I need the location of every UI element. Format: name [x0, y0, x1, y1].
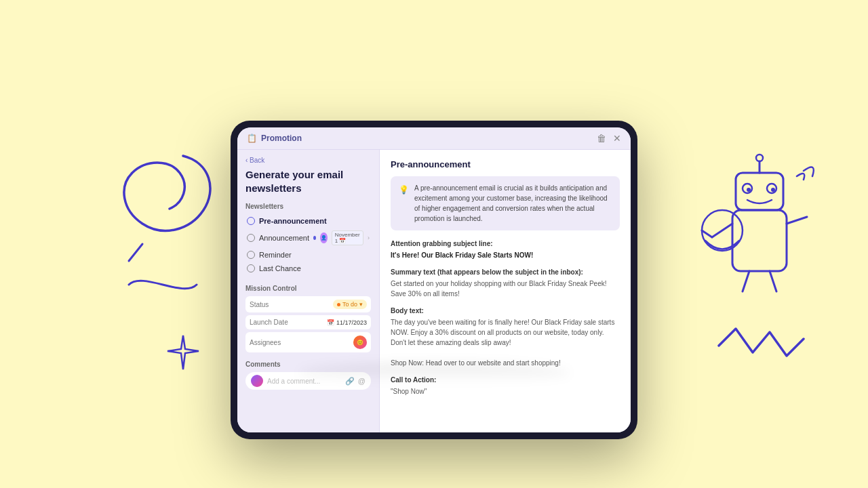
- newsletter-name: Announcement: [259, 234, 309, 242]
- sidebar-title: Generate your email newsletters: [245, 168, 371, 195]
- announcement-date: November 1 📅: [332, 230, 363, 245]
- mission-control: Mission Control Status To do ▾ Launch Da…: [245, 285, 371, 352]
- info-box: 💡 A pre-announcement email is crucial as…: [391, 176, 620, 230]
- radio-announcement[interactable]: [247, 234, 255, 242]
- attention-label: Attention grabbing subject line:: [391, 240, 620, 247]
- pre-announcement-title: Pre-announcement: [391, 159, 620, 169]
- assignee-avatar: 😊: [353, 336, 367, 349]
- newsletter-last-chance[interactable]: Last Chance: [245, 262, 371, 275]
- radio-last-chance[interactable]: [247, 264, 255, 272]
- status-value: To do: [342, 301, 357, 308]
- app-title-bar: 📋 Promotion: [247, 134, 302, 143]
- sidebar: ‹ Back Generate your email newsletters N…: [237, 150, 380, 432]
- info-text: A pre-announcement email is crucial as i…: [414, 183, 612, 224]
- main-content: Pre-announcement 💡 A pre-announcement em…: [380, 150, 631, 432]
- announcement-avatar: 👤: [320, 232, 328, 243]
- newsletter-reminder[interactable]: Reminder: [245, 248, 371, 262]
- newsletter-pre-announcement[interactable]: Pre-announcement: [245, 214, 371, 228]
- newsletter-name: Pre-announcement: [259, 217, 327, 225]
- info-icon: 💡: [399, 184, 409, 224]
- summary-value: Get started on your holiday shopping wit…: [391, 279, 620, 299]
- summary-section: Summary text (that appears below the sub…: [391, 268, 620, 299]
- app-title: Promotion: [261, 134, 302, 143]
- comment-user-avatar: [251, 375, 263, 387]
- assignees-label: Assignees: [250, 339, 281, 346]
- newsletter-name: Last Chance: [259, 264, 301, 272]
- mission-label: Mission Control: [245, 285, 371, 292]
- status-label: Status: [250, 301, 269, 308]
- header-actions[interactable]: 🗑 ✕: [597, 133, 621, 144]
- body-label: Body text:: [391, 307, 620, 314]
- launch-date-field[interactable]: Launch Date 📅 11/17/2023: [245, 315, 371, 329]
- delete-icon[interactable]: 🗑: [597, 133, 606, 144]
- attention-section: Attention grabbing subject line: It's He…: [391, 240, 620, 260]
- app-header: 📋 Promotion 🗑 ✕: [237, 127, 631, 150]
- status-field[interactable]: Status To do ▾: [245, 296, 371, 312]
- body-section: Body text: The day you've been waiting f…: [391, 307, 620, 368]
- summary-label: Summary text (that appears below the sub…: [391, 268, 620, 276]
- status-dot: [337, 303, 340, 306]
- newsletter-announcement[interactable]: Announcement 👤 November 1 📅 ›: [245, 228, 371, 248]
- back-button[interactable]: ‹ Back: [245, 157, 371, 164]
- newsletters-label: Newsletters: [245, 203, 371, 210]
- radio-pre-announcement[interactable]: [247, 217, 255, 225]
- newsletter-name: Reminder: [259, 251, 292, 259]
- radio-reminder[interactable]: [247, 251, 255, 259]
- app-icon: 📋: [247, 134, 257, 143]
- launch-label: Launch Date: [250, 319, 288, 326]
- tablet-reflection: [298, 363, 570, 383]
- close-icon[interactable]: ✕: [613, 133, 621, 144]
- launch-date-value: 📅 11/17/2023: [327, 319, 367, 326]
- announcement-badge: [313, 236, 316, 240]
- dropdown-icon: ▾: [359, 301, 363, 308]
- cta-value: "Shop Now": [391, 386, 620, 396]
- status-badge[interactable]: To do ▾: [333, 300, 367, 309]
- tablet: 📋 Promotion 🗑 ✕ ‹ Back Generate your ema…: [231, 121, 637, 439]
- assignees-field[interactable]: Assignees 😊: [245, 332, 371, 352]
- chevron-right-icon: ›: [368, 235, 370, 241]
- body-value: The day you've been waiting for is final…: [391, 317, 620, 368]
- attention-value: It's Here! Our Black Friday Sale Starts …: [391, 250, 620, 260]
